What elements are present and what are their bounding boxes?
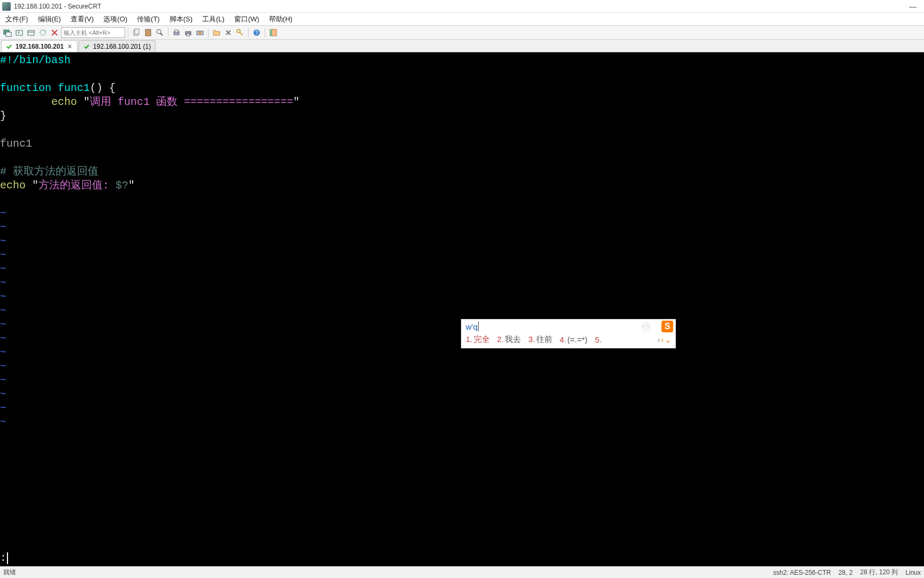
ime-next-icon[interactable]: ›: [661, 336, 664, 344]
status-dimensions: 28 行, 120 列: [860, 568, 898, 577]
print-icon[interactable]: [183, 27, 194, 38]
status-ready: 就绪: [3, 568, 16, 577]
svg-rect-7: [135, 29, 139, 34]
text-cursor: [7, 552, 8, 564]
vim-tilde: ~: [0, 207, 924, 220]
tab-session-1[interactable]: 192.168.100.201 ×: [1, 40, 78, 52]
copy-icon[interactable]: [131, 27, 142, 38]
vim-tilde: ~: [0, 262, 924, 276]
vim-tilde: ~: [0, 290, 924, 304]
paste-icon[interactable]: [143, 27, 153, 38]
toolbar-separator: [265, 28, 265, 37]
check-icon: [83, 43, 90, 50]
menu-script[interactable]: 脚本(S): [165, 13, 197, 25]
svg-point-27: [647, 325, 649, 327]
menubar: 文件(F) 编辑(E) 查看(V) 选项(O) 传输(T) 脚本(S) 工具(L…: [0, 13, 924, 26]
code-shebang: #!/bin/bash: [0, 54, 71, 66]
svg-rect-3: [28, 31, 34, 35]
svg-point-26: [643, 325, 645, 327]
code-line: echo "调用 func1 函数 =================": [0, 95, 924, 109]
toolbar-separator: [208, 28, 209, 37]
ime-nav: ‹ › ⌄: [658, 336, 671, 344]
vim-tilde: ~: [0, 401, 924, 415]
ime-mascot-icon: [638, 320, 654, 336]
ime-candidate-2[interactable]: 2.我去: [497, 334, 521, 345]
menu-edit[interactable]: 编辑(E): [34, 13, 65, 25]
menu-view[interactable]: 查看(V): [66, 13, 98, 25]
menu-window[interactable]: 窗口(W): [230, 13, 264, 25]
svg-line-20: [240, 32, 243, 35]
terminal[interactable]: #!/bin/bash function func1() { echo "调用 …: [0, 52, 924, 566]
vim-command-line[interactable]: :: [0, 551, 8, 565]
vim-tilde: ~: [0, 360, 924, 374]
svg-rect-15: [187, 34, 190, 36]
svg-rect-1: [6, 32, 11, 36]
reconnect-icon[interactable]: [37, 27, 48, 38]
key-icon[interactable]: [235, 27, 245, 38]
quick-connect-icon[interactable]: [14, 27, 25, 38]
menu-help[interactable]: 帮助(H): [265, 13, 297, 25]
code-line: func1: [0, 137, 924, 151]
vim-tilde: ~: [0, 276, 924, 290]
vim-tilde: ~: [0, 304, 924, 318]
menu-file[interactable]: 文件(F): [1, 13, 33, 25]
status-ssh: ssh2: AES-256-CTR: [773, 569, 831, 576]
menu-transfer[interactable]: 传输(T): [133, 13, 164, 25]
status-os: Linux: [905, 569, 921, 576]
print-screen-icon[interactable]: [195, 27, 205, 38]
svg-point-17: [199, 32, 201, 34]
options-icon[interactable]: [223, 27, 234, 38]
svg-rect-9: [147, 29, 149, 31]
minimize-button[interactable]: —: [909, 2, 917, 11]
code-line: echo "方法的返回值: $?": [0, 179, 924, 193]
svg-rect-13: [175, 30, 178, 32]
ime-sogou-logo-icon[interactable]: S: [661, 321, 673, 332]
window-controls: —: [909, 2, 922, 11]
ime-popup: w'q S 1.完全 2.我去 3.往前 4.(=.=*) 5. ‹ › ⌄: [461, 319, 676, 348]
statusbar: 就绪 ssh2: AES-256-CTR 28, 2 28 行, 120 列 L…: [0, 566, 924, 578]
toolbar: ?: [0, 26, 924, 40]
svg-text:?: ?: [255, 30, 258, 36]
status-cursor-pos: 28, 2: [838, 569, 853, 576]
titlebar: 192.168.100.201 - SecureCRT —: [0, 0, 924, 13]
code-line: }: [0, 109, 924, 123]
ime-expand-icon[interactable]: ⌄: [665, 336, 671, 344]
connect-icon[interactable]: [2, 27, 13, 38]
toolbar-separator: [128, 28, 128, 37]
close-icon[interactable]: ×: [67, 43, 73, 50]
host-input[interactable]: [61, 27, 125, 38]
print-setup-icon[interactable]: [171, 27, 182, 38]
tab-session-2[interactable]: 192.168.100.201 (1): [79, 40, 156, 52]
ime-candidate-3[interactable]: 3.往前: [528, 334, 552, 345]
help-icon[interactable]: ?: [251, 27, 262, 38]
session-manager-icon[interactable]: [26, 27, 36, 38]
tabbar: 192.168.100.201 × 192.168.100.201 (1): [0, 40, 924, 52]
menu-tools[interactable]: 工具(L): [198, 13, 229, 25]
vim-tilde: ~: [0, 387, 924, 401]
code-comment: # 获取方法的返回值: [0, 165, 924, 179]
svg-line-11: [160, 33, 163, 35]
check-icon: [6, 43, 12, 50]
ime-input-row: w'q S: [461, 320, 675, 332]
svg-point-25: [641, 322, 651, 332]
toolbar-separator: [168, 28, 168, 37]
code-line: function func1() {: [0, 81, 924, 95]
svg-rect-24: [270, 29, 272, 36]
ime-candidate-4[interactable]: 4.(=.=*): [560, 335, 588, 344]
ime-candidate-5[interactable]: 5.: [595, 335, 603, 344]
find-icon[interactable]: [155, 27, 165, 38]
ime-typed-text: w'q: [466, 322, 478, 331]
vim-tilde: ~: [0, 248, 924, 262]
vim-tilde: ~: [0, 415, 924, 429]
ime-prev-icon[interactable]: ‹: [658, 336, 660, 344]
toggle-icon[interactable]: [268, 27, 279, 38]
ime-candidate-1[interactable]: 1.完全: [466, 334, 490, 345]
tab-label: 192.168.100.201 (1): [93, 43, 151, 50]
ime-cursor: [478, 322, 479, 331]
toolbar-separator: [248, 28, 249, 37]
disconnect-icon[interactable]: [49, 27, 60, 38]
folder-icon[interactable]: [211, 27, 222, 38]
vim-tilde: ~: [0, 374, 924, 387]
app-icon: [2, 2, 11, 11]
menu-options[interactable]: 选项(O): [99, 13, 132, 25]
